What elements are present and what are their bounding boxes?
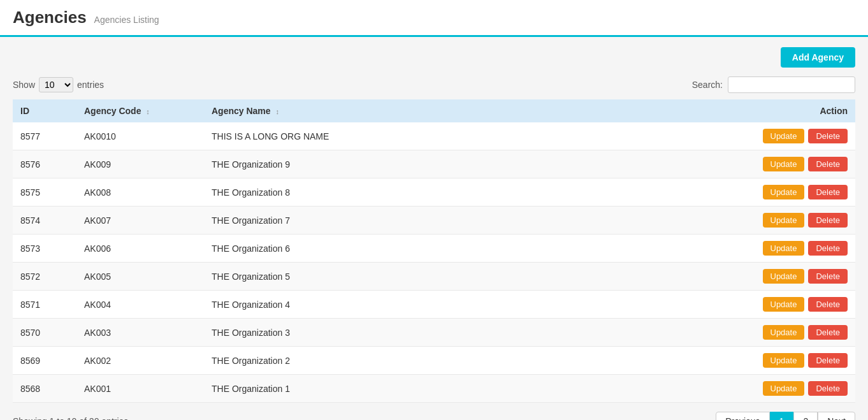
cell-action: UpdateDelete: [753, 347, 855, 375]
update-button[interactable]: Update: [763, 241, 805, 256]
cell-agency-name: THE Organization 1: [204, 375, 753, 403]
cell-action: UpdateDelete: [753, 319, 855, 347]
cell-id: 8577: [13, 122, 76, 150]
action-buttons: UpdateDelete: [761, 381, 848, 396]
update-button[interactable]: Update: [763, 353, 805, 368]
cell-agency-name: THE Organization 6: [204, 235, 753, 263]
sort-icon-code: ↕: [146, 108, 150, 115]
delete-button[interactable]: Delete: [808, 381, 848, 396]
update-button[interactable]: Update: [763, 297, 805, 312]
update-button[interactable]: Update: [763, 381, 805, 396]
cell-agency-name: THE Organization 8: [204, 178, 753, 206]
pagination-previous-button[interactable]: Previous: [716, 412, 769, 420]
action-buttons: UpdateDelete: [761, 269, 848, 284]
update-button[interactable]: Update: [763, 129, 805, 143]
cell-action: UpdateDelete: [753, 375, 855, 403]
cell-id: 8573: [13, 235, 76, 263]
delete-button[interactable]: Delete: [808, 129, 848, 143]
cell-action: UpdateDelete: [753, 150, 855, 178]
col-action-label: Action: [820, 106, 848, 116]
pagination-page-2-button[interactable]: 2: [793, 412, 818, 420]
cell-id: 8572: [13, 263, 76, 291]
table-row: 8576AK009THE Organization 9UpdateDelete: [13, 150, 855, 178]
delete-button[interactable]: Delete: [808, 213, 848, 228]
delete-button[interactable]: Delete: [808, 353, 848, 368]
delete-button[interactable]: Delete: [808, 325, 848, 340]
cell-agency-name: THE Organization 3: [204, 319, 753, 347]
cell-action: UpdateDelete: [753, 178, 855, 206]
col-code-label: Agency Code: [84, 106, 141, 116]
toolbar-top: Add Agency: [13, 47, 855, 68]
cell-agency-code: AK008: [76, 178, 204, 206]
entries-per-page-select[interactable]: 102550100: [39, 77, 73, 92]
update-button[interactable]: Update: [763, 185, 805, 199]
cell-id: 8570: [13, 319, 76, 347]
show-entries-control: Show 102550100 entries: [13, 77, 104, 92]
cell-id: 8569: [13, 347, 76, 375]
main-content: Add Agency Show 102550100 entries Search…: [0, 37, 868, 420]
pagination-next-button[interactable]: Next: [818, 412, 855, 420]
page-title: Agencies: [13, 8, 87, 27]
add-agency-button[interactable]: Add Agency: [781, 47, 855, 68]
entries-label: entries: [77, 80, 104, 90]
table-row: 8568AK001THE Organization 1UpdateDelete: [13, 375, 855, 403]
table-body: 8577AK0010THIS IS A LONG ORG NAMEUpdateD…: [13, 122, 855, 403]
col-header-action: Action: [753, 99, 855, 122]
table-row: 8573AK006THE Organization 6UpdateDelete: [13, 235, 855, 263]
search-box: Search:: [692, 76, 855, 93]
col-id-label: ID: [20, 106, 29, 116]
cell-agency-code: AK004: [76, 291, 204, 319]
table-footer: Showing 1 to 10 of 20 entries Previous 1…: [13, 412, 855, 420]
delete-button[interactable]: Delete: [808, 297, 848, 312]
table-row: 8570AK003THE Organization 3UpdateDelete: [13, 319, 855, 347]
cell-agency-code: AK002: [76, 347, 204, 375]
cell-agency-code: AK003: [76, 319, 204, 347]
action-buttons: UpdateDelete: [761, 185, 848, 199]
cell-action: UpdateDelete: [753, 206, 855, 235]
delete-button[interactable]: Delete: [808, 185, 848, 199]
sort-icon-name: ↕: [275, 108, 279, 115]
update-button[interactable]: Update: [763, 213, 805, 228]
delete-button[interactable]: Delete: [808, 157, 848, 171]
action-buttons: UpdateDelete: [761, 157, 848, 171]
col-header-agency-code[interactable]: Agency Code ↕: [76, 99, 204, 122]
cell-agency-code: AK009: [76, 150, 204, 178]
cell-agency-code: AK006: [76, 235, 204, 263]
delete-button[interactable]: Delete: [808, 269, 848, 284]
cell-agency-code: AK007: [76, 206, 204, 235]
col-header-agency-name[interactable]: Agency Name ↕: [204, 99, 753, 122]
update-button[interactable]: Update: [763, 325, 805, 340]
cell-agency-name: THE Organization 7: [204, 206, 753, 235]
cell-id: 8574: [13, 206, 76, 235]
action-buttons: UpdateDelete: [761, 213, 848, 228]
page-header: Agencies Agencies Listing: [0, 0, 868, 37]
table-row: 8574AK007THE Organization 7UpdateDelete: [13, 206, 855, 235]
action-buttons: UpdateDelete: [761, 325, 848, 340]
search-label: Search:: [692, 80, 723, 90]
search-input[interactable]: [728, 76, 855, 93]
cell-action: UpdateDelete: [753, 235, 855, 263]
action-buttons: UpdateDelete: [761, 297, 848, 312]
action-buttons: UpdateDelete: [761, 241, 848, 256]
action-buttons: UpdateDelete: [761, 129, 848, 143]
cell-action: UpdateDelete: [753, 291, 855, 319]
cell-agency-code: AK005: [76, 263, 204, 291]
show-label: Show: [13, 80, 35, 90]
cell-action: UpdateDelete: [753, 263, 855, 291]
col-header-id[interactable]: ID: [13, 99, 76, 122]
table-header-row: ID Agency Code ↕ Agency Name ↕ Action: [13, 99, 855, 122]
cell-action: UpdateDelete: [753, 122, 855, 150]
update-button[interactable]: Update: [763, 269, 805, 284]
delete-button[interactable]: Delete: [808, 241, 848, 256]
pagination-page-1-button[interactable]: 1: [770, 412, 794, 420]
cell-id: 8576: [13, 150, 76, 178]
update-button[interactable]: Update: [763, 157, 805, 171]
action-buttons: UpdateDelete: [761, 353, 848, 368]
cell-agency-name: THE Organization 9: [204, 150, 753, 178]
cell-agency-name: THIS IS A LONG ORG NAME: [204, 122, 753, 150]
table-row: 8571AK004THE Organization 4UpdateDelete: [13, 291, 855, 319]
table-row: 8572AK005THE Organization 5UpdateDelete: [13, 263, 855, 291]
table-row: 8575AK008THE Organization 8UpdateDelete: [13, 178, 855, 206]
agencies-table: ID Agency Code ↕ Agency Name ↕ Action 85…: [13, 99, 855, 403]
showing-entries-text: Showing 1 to 10 of 20 entries: [13, 416, 128, 420]
